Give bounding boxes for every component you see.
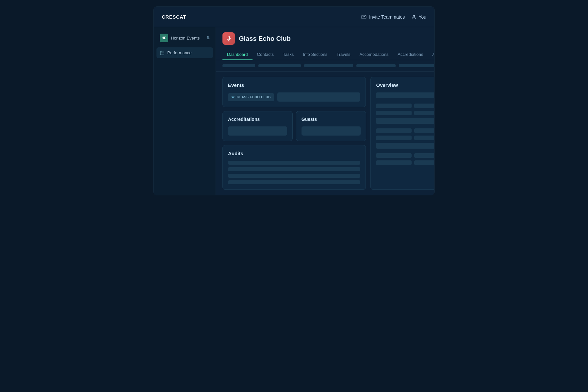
overview-card: Overview (370, 77, 434, 190)
dashboard-panels: Events ★ GLASS ECHO CLUB Accreditati (216, 72, 434, 195)
loading-bar-5 (399, 64, 434, 67)
user-menu-button[interactable]: You (411, 14, 426, 20)
overview-half-6a (376, 160, 412, 165)
tab-accomodations[interactable]: Accomodations (355, 49, 393, 60)
overview-half-2a (376, 111, 412, 115)
overview-half-3a (376, 128, 412, 133)
overview-half-3b (414, 128, 434, 133)
sidebar-item-performance[interactable]: Performance (156, 47, 213, 58)
overview-half-5a (376, 153, 412, 158)
tab-accrediations[interactable]: Accrediations (393, 49, 428, 60)
overview-pair-4 (376, 136, 434, 140)
guests-card: Guests (296, 111, 366, 141)
overview-wide-1 (376, 118, 434, 124)
accreditations-title: Accreditations (228, 117, 287, 122)
loading-bar-4 (356, 64, 396, 67)
svg-rect-2 (160, 51, 164, 55)
overview-half-6b (414, 160, 434, 165)
star-icon: ★ (231, 95, 235, 99)
chevron-icon: ⇅ (206, 36, 210, 40)
panel-left: Events ★ GLASS ECHO CLUB Accreditati (222, 77, 366, 190)
org-name: Horizon Events (171, 36, 204, 41)
audit-rows (228, 161, 360, 184)
event-badge-label: GLASS ECHO CLUB (237, 95, 271, 99)
loading-bar-3 (304, 64, 353, 67)
overview-half-1b (414, 104, 434, 108)
main-layout: HE Horizon Events ⇅ Performance (154, 27, 434, 195)
overview-top-bar (376, 92, 434, 98)
accreditations-placeholder (228, 126, 287, 136)
events-placeholder-bar (277, 92, 361, 102)
events-card: Events ★ GLASS ECHO CLUB (222, 77, 366, 107)
accreditations-guests-row: Accreditations Guests (222, 111, 366, 141)
venue-name: Glass Echo Club (239, 35, 291, 42)
loading-bars-row (216, 60, 434, 72)
sidebar-item-label: Performance (167, 50, 191, 55)
tab-info-sections[interactable]: Info Sections (298, 49, 332, 60)
tab-travels[interactable]: Travels (332, 49, 355, 60)
app-window: CRESCAT Invite Teammates You HE (154, 7, 434, 195)
venue-title-row: Glass Echo Club (222, 32, 434, 45)
sub-header: Glass Echo Club Dashboard Contacts Tasks… (216, 27, 434, 60)
overview-title: Overview (376, 82, 434, 88)
svg-rect-6 (228, 36, 230, 39)
overview-half-5b (414, 153, 434, 158)
overview-pair-3 (376, 128, 434, 133)
calendar-icon (160, 50, 165, 55)
microphone-icon (226, 36, 232, 41)
tab-dashboard[interactable]: Dashboard (222, 49, 253, 60)
events-row: ★ GLASS ECHO CLUB (228, 92, 360, 102)
audit-bar-3 (228, 174, 360, 178)
panel-right: Overview (370, 77, 434, 190)
loading-bar-2 (258, 64, 301, 67)
mail-icon (361, 14, 367, 20)
venue-icon-container (222, 32, 235, 45)
events-title: Events (228, 82, 360, 88)
overview-half-4a (376, 136, 412, 140)
tab-contacts[interactable]: Contacts (253, 49, 278, 60)
user-icon (411, 14, 416, 20)
logo: CRESCAT (162, 14, 361, 20)
tab-bar: Dashboard Contacts Tasks Info Sections T… (222, 49, 434, 60)
overview-half-1a (376, 104, 412, 108)
event-badge[interactable]: ★ GLASS ECHO CLUB (228, 93, 274, 101)
overview-pair-6 (376, 160, 434, 165)
overview-pair-5 (376, 153, 434, 158)
tab-tasks[interactable]: Tasks (278, 49, 298, 60)
audits-card: Audits (222, 145, 366, 190)
tab-advances[interactable]: Advances (428, 49, 434, 60)
sidebar: HE Horizon Events ⇅ Performance (154, 27, 216, 195)
guests-placeholder (302, 126, 361, 136)
audits-title: Audits (228, 151, 360, 156)
svg-point-1 (413, 15, 415, 17)
content-area: Glass Echo Club Dashboard Contacts Tasks… (216, 27, 434, 195)
invite-teammates-button[interactable]: Invite Teammates (361, 14, 405, 20)
audit-bar-1 (228, 161, 360, 165)
header-actions: Invite Teammates You (361, 14, 426, 20)
overview-half-4b (414, 136, 434, 140)
overview-wide-2 (376, 143, 434, 149)
audit-bar-2 (228, 167, 360, 171)
overview-half-2b (414, 111, 434, 115)
org-avatar: HE (160, 34, 168, 42)
audit-bar-4 (228, 180, 360, 184)
guests-title: Guests (302, 117, 361, 122)
header: CRESCAT Invite Teammates You (154, 7, 434, 27)
org-selector[interactable]: HE Horizon Events ⇅ (156, 31, 213, 45)
loading-bar-1 (222, 64, 255, 67)
overview-pair-2 (376, 111, 434, 115)
accreditations-card: Accreditations (222, 111, 293, 141)
overview-pair-1 (376, 104, 434, 108)
